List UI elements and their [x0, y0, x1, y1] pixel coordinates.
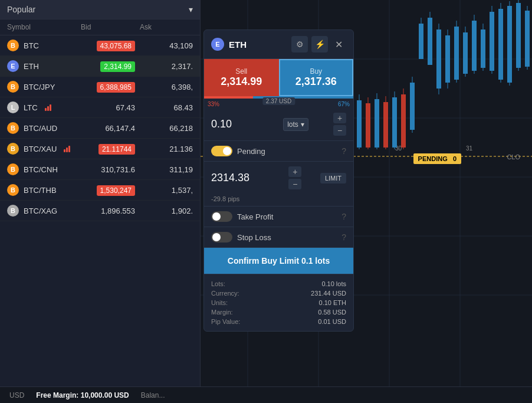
symbol-text: BTC: [24, 41, 39, 50]
bid-cell: 43,075.68: [81, 41, 140, 50]
symbol-icon: B: [7, 122, 19, 134]
spread-container: 2.37 USD 33% 67%: [204, 96, 353, 108]
bid-cell: 310,731.6: [81, 165, 140, 174]
stop-loss-toggle[interactable]: [211, 232, 232, 243]
limit-plus-btn[interactable]: +: [288, 166, 301, 177]
margin-label: Margin:: [211, 309, 233, 316]
units-val: 0.10 ETH: [319, 299, 346, 306]
symbol-icon: B: [7, 143, 19, 155]
pending-label: PENDING 0: [413, 153, 461, 164]
symbol-name: BBTC/XAU: [7, 143, 81, 155]
symbol-name: EETH: [7, 60, 81, 72]
svg-text:31: 31: [466, 145, 473, 152]
lots-unit-label: lots: [287, 120, 298, 129]
symbol-icon: L: [7, 101, 19, 113]
take-profit-knob: [212, 212, 221, 221]
symbol-name: LLTC: [7, 101, 81, 113]
pip-label: Pip Value:: [211, 318, 240, 325]
list-item[interactable]: BBTC43,075.6843,109: [0, 35, 200, 56]
settings-icon-btn[interactable]: ⚙: [291, 36, 308, 53]
symbol-text: BTC/AUD: [24, 124, 57, 133]
limit-price-input[interactable]: [211, 172, 270, 184]
bid-cell: 1,896.553: [81, 207, 140, 215]
lots-minus-btn[interactable]: −: [333, 125, 346, 136]
take-profit-label: Take Profit: [237, 212, 273, 221]
buy-price: 2,317.36: [285, 76, 348, 88]
lots-plus-minus: + −: [333, 113, 346, 136]
pending-toggle-label: Pending: [211, 146, 265, 156]
list-item[interactable]: LLTC67.4368.43: [0, 97, 200, 118]
currency-val: 231.44 USD: [311, 290, 346, 297]
pending-help-icon[interactable]: ?: [341, 146, 346, 156]
symbol-text: BTC/CNH: [24, 165, 58, 174]
bid-highlight-red: 6,388,985: [97, 82, 135, 93]
symbol-icon: B: [7, 40, 19, 51]
lots-plus-btn[interactable]: +: [333, 113, 346, 123]
signal-bars-icon: [45, 104, 51, 111]
table-header: Symbol Bid Ask: [0, 19, 200, 35]
dropdown-arrow-icon: ▾: [189, 5, 193, 14]
sell-button[interactable]: Sell 2,314.99: [204, 59, 279, 96]
limit-minus-btn[interactable]: −: [288, 179, 301, 189]
symbol-name: BBTC/JPY: [7, 81, 81, 93]
bid-cell: 21.11744: [81, 145, 140, 153]
limit-price-row: + − LIMIT: [204, 161, 353, 194]
ask-cell: 6,398,: [140, 83, 193, 91]
lightning-icon-btn[interactable]: ⚡: [311, 36, 328, 53]
symbol-name: BBTC: [7, 40, 81, 51]
list-item[interactable]: BBTC/XAG1,896.5531,902.: [0, 201, 200, 221]
stop-loss-knob: [212, 233, 221, 241]
lots-row: lots ▾ + −: [204, 108, 353, 141]
lots-input[interactable]: [211, 118, 258, 130]
symbol-icon: B: [7, 205, 19, 217]
free-margin-label: Free Margin:: [36, 391, 78, 399]
category-label: Popular: [7, 5, 35, 14]
symbol-rows: BBTC43,075.6843,109EETH2,314.992,317.BBT…: [0, 35, 200, 221]
stop-loss-help-icon[interactable]: ?: [341, 232, 346, 242]
sell-label: Sell: [210, 67, 273, 76]
bid-highlight: 2,314.99: [100, 61, 135, 72]
pending-text: PENDING: [418, 155, 448, 162]
clo-label: CLO: [507, 153, 520, 160]
confirm-buy-button[interactable]: Confirm Buy Limit 0.1 lots: [204, 248, 353, 274]
buy-sell-row: Sell 2,314.99 Buy 2,317.36: [204, 59, 353, 96]
ask-cell: 21.136: [140, 145, 193, 153]
lots-label: Lots:: [211, 280, 225, 287]
lots-unit-select[interactable]: lots ▾: [283, 118, 308, 131]
limit-plus-minus: + −: [288, 166, 301, 189]
close-btn[interactable]: ✕: [331, 38, 346, 51]
trade-panel: E ETH ⚙ ⚡ ✕ Sell 2,314.99 Buy 2,317.36 2…: [203, 30, 354, 332]
pending-toggle[interactable]: [211, 146, 232, 156]
category-dropdown[interactable]: Popular ▾: [0, 0, 200, 19]
summary-lots: Lots: 0.10 lots: [211, 279, 346, 289]
list-item[interactable]: BBTC/CNH310,731.6311,19: [0, 159, 200, 180]
list-item[interactable]: BBTC/AUD66,147.466,218: [0, 118, 200, 139]
bid-cell: 6,388,985: [81, 83, 140, 91]
pending-toggle-knob: [223, 147, 231, 155]
buy-button[interactable]: Buy 2,317.36: [279, 59, 354, 96]
lots-val: 0.10 lots: [321, 280, 346, 287]
pending-label-text: Pending: [237, 147, 265, 156]
bid-cell: 1,530,247: [81, 186, 140, 195]
limit-badge: LIMIT: [320, 173, 346, 184]
ask-cell: 1,537,: [140, 186, 193, 195]
symbol-icon: B: [7, 81, 19, 93]
take-profit-toggle[interactable]: [211, 211, 232, 222]
stop-loss-toggle-label: Stop Loss: [211, 232, 271, 243]
list-item[interactable]: BBTC/XAU21.1174421.136: [0, 139, 200, 159]
bid-cell: 2,314.99: [81, 62, 140, 71]
bid-highlight-red: 1,530,247: [97, 185, 135, 196]
symbol-name: BBTC/XAG: [7, 205, 81, 217]
list-item[interactable]: EETH2,314.992,317.: [0, 56, 200, 77]
list-item[interactable]: BBTC/JPY6,388,9856,398,: [0, 77, 200, 97]
panel-controls: ⚙ ⚡ ✕: [291, 36, 346, 53]
status-bar: USD Free Margin: 10,000.00 USD Balan...: [0, 386, 532, 403]
summary-margin: Margin: 0.58 USD: [211, 307, 346, 317]
take-profit-help-icon[interactable]: ?: [341, 212, 346, 221]
take-profit-row: Take Profit ?: [204, 207, 353, 227]
lots-unit-arrow: ▾: [301, 120, 304, 129]
order-summary: Lots: 0.10 lots Currency: 231.44 USD Uni…: [204, 274, 353, 331]
units-label: Units:: [211, 299, 228, 306]
ask-cell: 43,109: [140, 41, 193, 50]
list-item[interactable]: BBTC/THB1,530,2471,537,: [0, 180, 200, 201]
